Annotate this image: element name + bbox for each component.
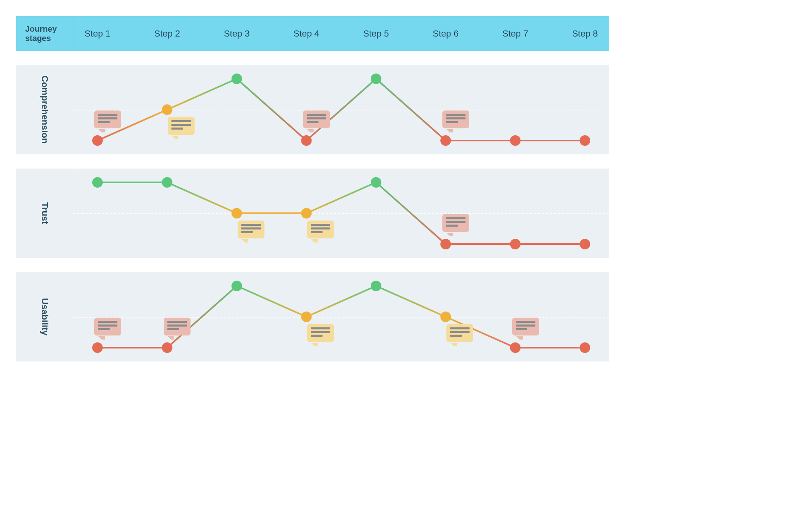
chart-point	[371, 177, 381, 188]
chart-segment	[237, 79, 306, 141]
header-label: Journey stages	[25, 24, 64, 43]
chart-point	[510, 342, 521, 353]
header-step: Step 5	[363, 28, 389, 39]
note-bubble-yellow-icon	[307, 221, 334, 238]
chart-point	[440, 312, 451, 322]
lane-chart	[73, 65, 609, 154]
note-bubble-yellow-icon	[307, 324, 334, 342]
chart-point	[371, 74, 381, 84]
note-bubble-red-icon	[303, 110, 330, 128]
lane-comprehension: Comprehension	[16, 65, 609, 154]
lane-body	[73, 65, 609, 154]
chart-point	[162, 342, 172, 353]
chart-point	[580, 135, 590, 146]
chart-segment	[167, 286, 236, 348]
chart-segment	[376, 79, 446, 141]
lane-label-cell: Comprehension	[16, 65, 73, 154]
chart-segment	[306, 79, 376, 141]
chart-point	[510, 239, 521, 249]
chart-point	[301, 312, 312, 322]
lane-body	[73, 169, 609, 258]
lane-label-cell: Trust	[16, 169, 73, 258]
chart-segment	[306, 182, 376, 213]
chart-segment	[167, 182, 236, 213]
chart-point	[440, 135, 451, 146]
header-step: Step 6	[433, 28, 459, 39]
chart-segment	[376, 182, 446, 244]
header-step: Step 4	[293, 28, 319, 39]
lane-trust: Trust	[16, 169, 609, 258]
chart-segment	[237, 286, 306, 317]
note-bubble-yellow-icon	[168, 117, 195, 135]
header-steps: Step 1Step 2Step 3Step 4Step 5Step 6Step…	[73, 16, 609, 51]
chart-point	[232, 74, 242, 84]
chart-point	[580, 342, 590, 353]
chart-point	[232, 281, 242, 291]
header-step: Step 2	[154, 28, 180, 39]
lane-body	[73, 272, 609, 361]
journey-map: Journey stages Step 1Step 2Step 3Step 4S…	[16, 16, 609, 361]
header-step: Step 1	[84, 28, 110, 39]
lane-chart	[73, 169, 609, 258]
lane-chart	[73, 272, 609, 361]
chart-segment	[167, 79, 236, 110]
header-step: Step 7	[502, 28, 528, 39]
chart-point	[162, 104, 172, 115]
header-step: Step 8	[572, 28, 598, 39]
header-label-cell: Journey stages	[16, 16, 73, 51]
chart-point	[232, 208, 242, 219]
note-bubble-yellow-icon	[446, 324, 473, 342]
note-bubble-red-icon	[94, 318, 121, 335]
lane-label: Usability	[39, 298, 50, 335]
chart-segment	[306, 286, 376, 317]
note-bubble-red-icon	[164, 318, 191, 335]
chart-point	[92, 135, 103, 146]
chart-point	[580, 239, 590, 249]
note-bubble-red-icon	[442, 214, 469, 232]
note-bubble-red-icon	[512, 318, 539, 335]
header-step: Step 3	[224, 28, 250, 39]
note-bubble-red-icon	[94, 110, 121, 128]
chart-point	[301, 208, 312, 219]
chart-point	[301, 135, 312, 146]
note-bubble-yellow-icon	[238, 221, 264, 238]
chart-point	[92, 177, 103, 188]
lane-label: Trust	[39, 202, 50, 224]
lanes-container: ComprehensionTrustUsability	[16, 65, 609, 361]
note-bubble-red-icon	[442, 110, 469, 128]
header-row: Journey stages Step 1Step 2Step 3Step 4S…	[16, 16, 609, 51]
chart-point	[440, 239, 451, 249]
chart-segment	[376, 286, 446, 317]
chart-point	[162, 177, 172, 188]
lane-label: Comprehension	[39, 76, 50, 143]
chart-point	[92, 342, 103, 353]
chart-point	[510, 135, 521, 146]
lane-label-cell: Usability	[16, 272, 73, 361]
lane-usability: Usability	[16, 272, 609, 361]
chart-point	[371, 281, 381, 291]
